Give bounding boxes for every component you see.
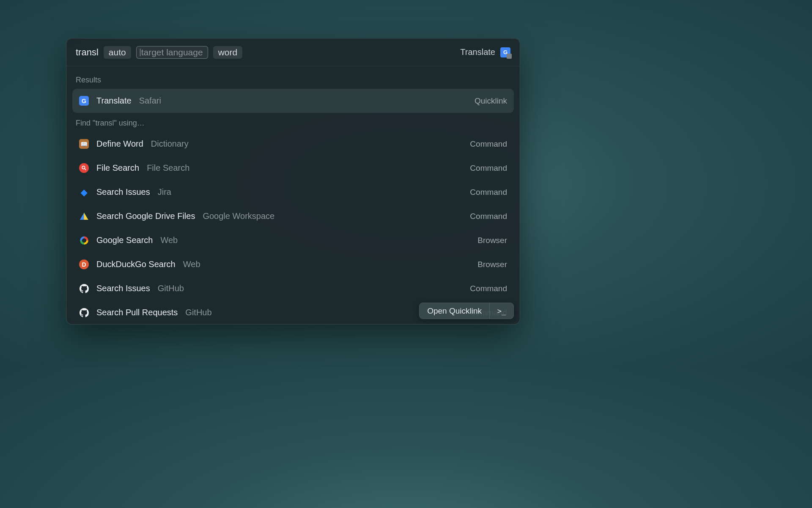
row-title: DuckDuckGo Search <box>96 259 176 269</box>
row-type: Browser <box>477 236 507 245</box>
result-row-translate[interactable]: G Translate Safari Quicklink <box>72 89 514 113</box>
duckduckgo-icon: D <box>79 259 89 269</box>
google-translate-icon: G <box>500 47 510 57</box>
row-title: Search Issues <box>96 187 150 197</box>
terminal-icon[interactable]: >_ <box>490 303 513 319</box>
row-type: Command <box>470 212 507 221</box>
github-icon <box>79 308 89 317</box>
row-type: Browser <box>477 260 507 269</box>
row-title: Search Google Drive Files <box>96 211 195 221</box>
result-row-duckduckgo[interactable]: D DuckDuckGo Search Web Browser <box>72 252 514 276</box>
row-type: Command <box>470 188 507 197</box>
row-type: Quicklink <box>475 96 507 106</box>
google-translate-icon: G <box>79 96 89 106</box>
row-type: Command <box>470 284 507 293</box>
github-icon <box>79 284 89 293</box>
primary-action-button[interactable]: Open Quicklink <box>420 303 489 319</box>
row-title: Search Issues <box>96 284 150 293</box>
token-source-lang[interactable]: auto <box>104 46 131 59</box>
section-find-label: Find "transl" using… <box>72 113 514 132</box>
row-type: Command <box>470 139 507 149</box>
dictionary-icon: 📖 <box>79 139 89 149</box>
token-word[interactable]: word <box>213 46 243 59</box>
row-title: Define Word <box>96 139 143 149</box>
row-subtitle: Safari <box>139 96 161 106</box>
result-row-github-issues[interactable]: Search Issues GitHub Command <box>72 276 514 300</box>
row-title: Search Pull Requests <box>96 308 178 317</box>
result-row-jira-issues[interactable]: ◆ Search Issues Jira Command <box>72 180 514 204</box>
row-subtitle: Google Workspace <box>203 211 274 221</box>
search-bar: transl auto target language word Transla… <box>66 38 520 66</box>
section-results-label: Results <box>72 70 514 89</box>
result-row-google-drive[interactable]: Search Google Drive Files Google Workspa… <box>72 204 514 228</box>
google-icon <box>79 235 89 245</box>
search-icon <box>79 163 89 173</box>
header-app-label: Translate <box>460 47 495 57</box>
launcher-window: transl auto target language word Transla… <box>66 38 520 325</box>
row-subtitle: Web <box>183 259 200 269</box>
result-row-file-search[interactable]: File Search File Search Command <box>72 156 514 180</box>
result-row-google-search[interactable]: Google Search Web Browser <box>72 228 514 252</box>
result-row-define-word[interactable]: 📖 Define Word Dictionary Command <box>72 132 514 156</box>
search-query[interactable]: transl <box>76 47 99 58</box>
jira-icon: ◆ <box>79 187 89 197</box>
row-subtitle: GitHub <box>158 284 184 293</box>
row-subtitle: File Search <box>147 163 189 173</box>
row-type: Command <box>470 164 507 173</box>
row-subtitle: Web <box>160 235 178 245</box>
row-subtitle: GitHub <box>185 308 211 317</box>
token-target-lang[interactable]: target language <box>136 46 208 59</box>
results-list[interactable]: Results G Translate Safari Quicklink Fin… <box>66 66 520 324</box>
svg-line-1 <box>85 169 86 170</box>
svg-point-0 <box>82 166 85 169</box>
row-title: Translate <box>96 96 132 106</box>
row-subtitle: Dictionary <box>151 139 189 149</box>
row-title: Google Search <box>96 235 153 245</box>
action-bar: Open Quicklink >_ <box>419 303 514 319</box>
row-title: File Search <box>96 163 139 173</box>
google-drive-icon <box>79 211 89 221</box>
row-subtitle: Jira <box>158 187 171 197</box>
